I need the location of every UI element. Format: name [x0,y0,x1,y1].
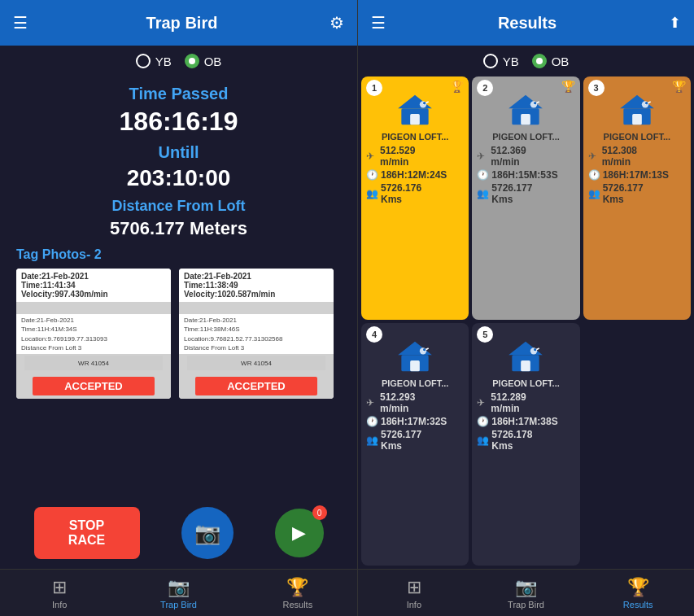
left-header: ☰ Trap Bird ⚙ [0,0,357,46]
right-ob-radio-circle[interactable] [532,54,547,68]
right-nav-info[interactable]: ⊞ Info [358,570,470,616]
card-dist-4: 👥 5726.177Kms [366,429,464,452]
card-time-5: 🕐 186H:17M:38S [477,416,574,427]
right-ob-radio[interactable]: OB [532,54,570,68]
hamburger-icon[interactable]: ☰ [13,13,28,33]
time-val-1: 186H:12M:24S [381,169,447,181]
right-header: ☰ Results ⬆ [358,0,694,46]
speed-val-5: 512.289m/min [491,391,526,414]
svg-marker-19 [398,341,432,355]
svg-point-5 [423,102,426,104]
card-dist-2: 👥 5726.177Kms [477,182,574,205]
time-passed-label: Time Passed [16,85,341,103]
left-nav-results[interactable]: 🏆 Results [238,570,357,616]
right-nav-trapbird[interactable]: 📷 Trap Bird [470,570,583,616]
result-card-3[interactable]: 3 🏆 PIGEON LOFT... ✈ 512.308m/min 🕐 186H… [583,76,691,320]
card-time-2: 🕐 186H:15M:53S [477,169,574,181]
right-results-nav-label: Results [623,600,653,609]
svg-rect-26 [522,360,531,371]
photo-lines-2: Date:21-Feb-2021 Time:11H:38M:46S Locati… [179,314,334,354]
time-val-3: 186H:17M:13S [603,169,669,181]
result-card-5[interactable]: 5 PIGEON LOFT... ✈ 512.289m/min 🕐 186H:1… [472,323,579,566]
trophy-icon: 🏆 [561,80,575,93]
card-time-3: 🕐 186H:17M:13S [588,169,686,181]
right-hamburger-icon[interactable]: ☰ [371,13,386,33]
ob-radio-circle[interactable] [185,54,199,68]
left-nav-trapbird[interactable]: 📷 Trap Bird [119,570,238,616]
right-yb-radio[interactable]: YB [483,54,519,68]
yb-radio-circle[interactable] [136,54,151,68]
distance-label: Distance From Loft [16,198,341,215]
result-card-2[interactable]: 2 🏆 PIGEON LOFT... ✈ 512.369m/min 🕐 186H… [472,76,579,320]
camera-button[interactable]: 📷 [181,507,234,559]
info-nav-icon: ⊞ [52,577,67,598]
speed-icon-3: ✈ [588,151,600,162]
svg-rect-14 [632,114,642,125]
photo-header-1: Date:21-Feb-2021 Time:11:41:34 Velocity:… [16,269,171,302]
speed-val-2: 512.369m/min [491,145,526,168]
time-icon-1: 🕐 [366,169,378,181]
result-card-4[interactable]: 4 PIGEON LOFT... ✈ 512.293m/min 🕐 186H:1… [361,323,469,566]
right-trapbird-nav-label: Trap Bird [508,600,544,609]
right-results-nav-icon: 🏆 [627,577,649,598]
trophy-icon: 🏆 [672,80,686,93]
arrow-badge: 0 [312,505,327,520]
photo-lines-1: Date:21-Feb-2021 Time:11H:41M:34S Locati… [16,314,171,354]
results-nav-label: Results [282,600,312,609]
card-speed-2: ✈ 512.369m/min [477,145,574,168]
dist-icon-1: 👥 [366,188,378,199]
card-time-4: 🕐 186H:17M:32S [366,416,464,427]
result-card-1[interactable]: 1 🏆 PIGEON LOFT... ✈ 512.529m/min 🕐 186H… [361,76,469,320]
right-nav-results[interactable]: 🏆 Results [582,570,694,616]
untill-value: 203:10:00 [16,165,341,191]
right-info-nav-label: Info [407,600,421,609]
dist-val-3: 5726.177Kms [603,182,644,205]
dist-icon-2: 👥 [477,188,489,199]
svg-rect-8 [522,114,531,125]
trophy-icon: 🏆 [450,80,464,93]
svg-rect-20 [410,360,420,371]
card-speed-4: ✈ 512.293m/min [366,391,464,414]
dist-val-5: 5726.178Kms [491,429,532,452]
card-name-3: PIGEON LOFT... [604,132,671,142]
time-icon-2: 🕐 [477,169,489,181]
yb-radio[interactable]: YB [136,54,172,68]
photos-row: Date:21-Feb-2021 Time:11:41:34 Velocity:… [16,269,341,399]
speed-icon-4: ✈ [366,397,378,408]
left-yb-ob-row: YB OB [0,46,357,76]
svg-marker-25 [509,341,543,355]
card-time-1: 🕐 186H:12M:24S [366,169,464,181]
dist-icon-3: 👥 [588,188,600,199]
time-icon-5: 🕐 [477,416,489,427]
dist-icon-4: 👥 [366,435,378,446]
rank-badge-3: 3 [588,80,605,96]
bottom-buttons: STOP RACE 📷 ▶ 0 [0,499,357,567]
speed-icon-1: ✈ [366,151,378,162]
accepted-badge-1: ACCEPTED [33,377,155,395]
ob-label: OB [204,55,222,68]
stop-race-button[interactable]: STOP RACE [34,507,140,559]
time-val-4: 186H:17M:32S [381,416,447,427]
left-nav-info[interactable]: ⊞ Info [0,570,119,616]
photo-body-1: Date:21-Feb-2021 Time:11H:41M:34S Locati… [16,302,171,399]
card-dist-1: 👥 5726.176Kms [366,182,464,205]
arrow-button[interactable]: ▶ 0 [275,509,324,557]
gear-icon[interactable]: ⚙ [330,13,344,33]
ob-radio[interactable]: OB [185,54,222,68]
left-app-title: Trap Bird [34,14,330,33]
card-name-1: PIGEON LOFT... [382,132,449,142]
right-app-title: Results [386,14,669,33]
speed-icon-2: ✈ [477,151,488,162]
card-name-5: PIGEON LOFT... [492,378,560,388]
yb-label: YB [155,55,172,68]
right-yb-radio-circle[interactable] [483,54,498,68]
left-bottom-nav: ⊞ Info 📷 Trap Bird 🏆 Results [0,569,357,616]
right-bottom-nav: ⊞ Info 📷 Trap Bird 🏆 Results [358,569,694,616]
share-icon[interactable]: ⬆ [669,14,681,32]
card-dist-3: 👥 5726.177Kms [588,182,686,205]
speed-val-3: 512.308m/min [602,145,637,168]
rank-badge-2: 2 [477,80,493,96]
svg-point-11 [534,102,536,104]
results-grid: 1 🏆 PIGEON LOFT... ✈ 512.529m/min 🕐 186H… [358,76,694,569]
dist-val-1: 5726.176Kms [381,182,421,205]
